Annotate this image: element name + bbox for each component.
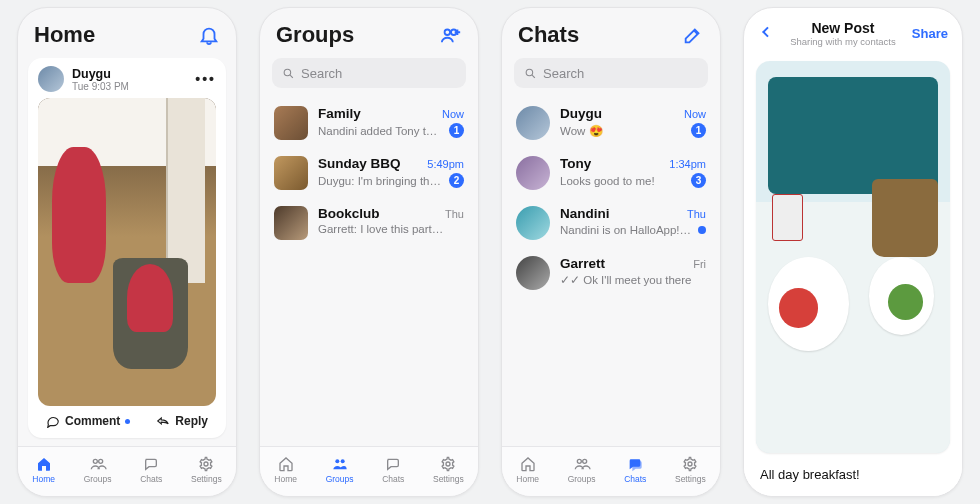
tab-chats[interactable]: Chats: [140, 456, 162, 484]
home-title: Home: [34, 22, 95, 48]
svg-point-6: [335, 459, 339, 463]
svg-point-10: [577, 459, 581, 463]
svg-point-2: [204, 462, 208, 466]
unread-dot: [125, 419, 130, 424]
tab-home[interactable]: Home: [32, 456, 55, 484]
tab-groups[interactable]: Groups: [326, 456, 354, 484]
svg-point-12: [688, 462, 692, 466]
svg-point-0: [93, 459, 97, 463]
phone-groups: Groups Search FamilyNow Nandini added To…: [259, 7, 479, 497]
group-row[interactable]: BookclubThu Garrett: I love this part…: [272, 198, 466, 248]
unread-badge: 1: [449, 123, 464, 138]
svg-point-5: [284, 69, 291, 76]
search-icon: [282, 67, 295, 80]
group-row[interactable]: FamilyNow Nandini added Tony to the grou…: [272, 98, 466, 148]
group-avatar: [274, 106, 308, 140]
chat-row[interactable]: Tony1:34pm Looks good to me!3: [514, 148, 708, 198]
chat-row[interactable]: NandiniThu Nandini is on HalloApp! 🎉: [514, 198, 708, 248]
phone-home: Home Duygu Tue 9:03 PM ••• Comment: [17, 7, 237, 497]
more-icon[interactable]: •••: [195, 71, 216, 87]
phone-chats: Chats Search DuyguNow Wow 😍1 Tony1:34pm: [501, 7, 721, 497]
groups-title: Groups: [276, 22, 354, 48]
avatar: [516, 106, 550, 140]
tab-home[interactable]: Home: [516, 456, 539, 484]
group-avatar: [274, 206, 308, 240]
unread-dot: [698, 226, 706, 234]
post-time: Tue 9:03 PM: [72, 81, 129, 92]
search-input[interactable]: Search: [514, 58, 708, 88]
avatar[interactable]: [38, 66, 64, 92]
chat-row[interactable]: DuyguNow Wow 😍1: [514, 98, 708, 148]
svg-point-9: [526, 69, 533, 76]
reply-button[interactable]: Reply: [156, 414, 208, 428]
newpost-subtitle: Sharing with my contacts: [790, 36, 896, 47]
share-button[interactable]: Share: [912, 26, 948, 41]
unread-badge: 3: [691, 173, 706, 188]
tab-settings[interactable]: Settings: [191, 456, 222, 484]
phone-newpost: New Post Sharing with my contacts Share …: [743, 7, 963, 497]
group-row[interactable]: Sunday BBQ5:49pm Duygu: I'm bringing the…: [272, 148, 466, 198]
tab-groups[interactable]: Groups: [568, 456, 596, 484]
avatar: [516, 256, 550, 290]
svg-point-7: [340, 459, 344, 463]
chats-title: Chats: [518, 22, 579, 48]
post-photo[interactable]: [38, 98, 216, 406]
chat-row[interactable]: GarrettFri ✓✓ Ok I'll meet you there: [514, 248, 708, 298]
search-icon: [524, 67, 537, 80]
avatar: [516, 206, 550, 240]
tab-chats[interactable]: Chats: [624, 456, 646, 484]
svg-point-8: [446, 462, 450, 466]
svg-point-11: [582, 459, 586, 463]
tab-home[interactable]: Home: [274, 456, 297, 484]
newpost-photo[interactable]: [756, 61, 950, 453]
svg-point-3: [445, 30, 451, 36]
notifications-icon[interactable]: [198, 24, 220, 46]
tab-bar: Home Groups Chats Settings: [18, 446, 236, 496]
unread-badge: 1: [691, 123, 706, 138]
newpost-title: New Post: [790, 20, 896, 36]
add-group-icon[interactable]: [440, 24, 462, 46]
tab-groups[interactable]: Groups: [84, 456, 112, 484]
tab-settings[interactable]: Settings: [433, 456, 464, 484]
avatar: [516, 156, 550, 190]
tab-chats[interactable]: Chats: [382, 456, 404, 484]
caption-input[interactable]: All day breakfast!: [744, 453, 962, 496]
post-author: Duygu: [72, 67, 129, 81]
search-input[interactable]: Search: [272, 58, 466, 88]
svg-point-1: [98, 459, 102, 463]
back-icon[interactable]: [758, 24, 774, 44]
group-avatar: [274, 156, 308, 190]
compose-icon[interactable]: [682, 24, 704, 46]
tab-bar: Home Groups Chats Settings: [502, 446, 720, 496]
tab-settings[interactable]: Settings: [675, 456, 706, 484]
tab-bar: Home Groups Chats Settings: [260, 446, 478, 496]
comment-button[interactable]: Comment: [46, 414, 130, 428]
feed-post[interactable]: Duygu Tue 9:03 PM ••• Comment Reply: [28, 58, 226, 438]
unread-badge: 2: [449, 173, 464, 188]
